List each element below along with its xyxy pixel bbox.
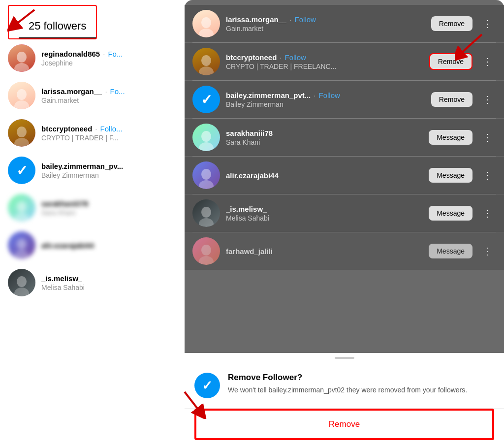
username: farhawd_jalili xyxy=(226,247,273,256)
svg-point-27 xyxy=(199,256,214,265)
display-name: Gain.market xyxy=(41,96,177,104)
display-name: Sara Khani xyxy=(226,138,423,146)
more-options-icon[interactable]: ⋮ xyxy=(478,129,496,145)
svg-point-9 xyxy=(14,213,29,222)
remove-follower-button[interactable]: Remove xyxy=(195,410,493,439)
svg-point-2 xyxy=(17,52,27,63)
user-info: _is.melisw_ Melisa Sahabi xyxy=(41,274,177,291)
svg-point-23 xyxy=(199,180,214,189)
display-name: Melisa Sahabi xyxy=(226,214,423,222)
display-name: Josephine xyxy=(41,59,177,67)
avatar xyxy=(192,10,220,37)
message-button[interactable]: Message xyxy=(429,244,472,258)
svg-point-4 xyxy=(17,89,27,100)
follow-link[interactable]: Fo... xyxy=(108,50,123,58)
follow-link[interactable]: Follow xyxy=(318,91,340,99)
list-item[interactable]: alir.ezarajabi44 xyxy=(0,226,185,264)
username: btccryptoneed xyxy=(226,53,277,62)
list-item[interactable]: sarakhaniii78 Sara Khani xyxy=(0,189,185,226)
list-item[interactable]: ✓ bailey.zimmerman_pv... Bailey Zimmerma… xyxy=(0,152,185,189)
more-options-icon[interactable]: ⋮ xyxy=(478,92,496,107)
avatar xyxy=(8,231,35,259)
display-name: CRYPTO | TRADER | FREELANC... xyxy=(226,63,423,70)
follow-link[interactable]: Follow xyxy=(285,53,306,62)
list-item[interactable]: larissa.morgan__ · Fo... Gain.market xyxy=(0,77,185,114)
avatar xyxy=(8,194,35,222)
message-button[interactable]: Message xyxy=(429,168,472,183)
svg-point-25 xyxy=(199,218,214,227)
drag-handle xyxy=(335,357,354,359)
avatar xyxy=(192,237,220,265)
username: reginadonald865 xyxy=(41,50,100,58)
more-options-icon[interactable]: ⋮ xyxy=(478,16,496,32)
red-arrow-top-left xyxy=(7,7,37,32)
display-name: Sara Khani xyxy=(41,209,177,217)
followers-count: 25 followers xyxy=(29,20,86,32)
username: larissa.morgan__ xyxy=(226,15,286,24)
svg-point-18 xyxy=(201,55,211,66)
svg-point-22 xyxy=(201,169,211,180)
svg-point-5 xyxy=(14,100,29,109)
remove-follower-sheet: ✓ Remove Follower? We won't tell bailey.… xyxy=(185,353,504,448)
red-arrow-bottom xyxy=(180,389,209,421)
svg-point-7 xyxy=(14,138,29,147)
user-info: sarakhaniii78 Sara Khani xyxy=(41,199,177,217)
svg-line-1 xyxy=(12,10,34,27)
user-info: alir.ezarajabi44 xyxy=(41,241,177,250)
remove-button[interactable]: Remove xyxy=(431,92,472,107)
svg-point-8 xyxy=(17,201,27,212)
svg-point-17 xyxy=(199,29,214,37)
username: _is.melisw_ xyxy=(41,274,82,283)
list-item[interactable]: alir.ezarajabi44 Message ⋮ xyxy=(185,157,504,194)
more-options-icon[interactable]: ⋮ xyxy=(478,167,496,183)
display-name: Bailey Zimmerman xyxy=(226,100,425,108)
avatar xyxy=(192,124,220,151)
user-info: btccryptoneed · Follow CRYPTO | TRADER |… xyxy=(226,53,423,70)
user-info: larissa.morgan__ · Fo... Gain.market xyxy=(41,87,177,104)
display-name: Bailey Zimmerman xyxy=(41,171,177,179)
svg-point-24 xyxy=(201,207,211,218)
user-info: alir.ezarajabi44 xyxy=(226,171,423,180)
avatar-blue-check: ✓ xyxy=(192,86,220,113)
list-item[interactable]: btccryptoneed · Follo... CRYPTO | TRADER… xyxy=(0,114,185,152)
display-name: Gain.market xyxy=(226,25,425,32)
remove-button-box: Remove xyxy=(194,409,494,440)
avatar xyxy=(192,199,220,227)
user-info: _is.melisw_ Melisa Sahabi xyxy=(226,205,423,222)
bottom-sheet-content: ✓ Remove Follower? We won't tell bailey.… xyxy=(185,361,504,398)
svg-point-11 xyxy=(14,250,29,259)
remove-button[interactable]: Remove xyxy=(431,16,472,31)
username: sarakhaniii78 xyxy=(41,199,88,208)
list-item[interactable]: reginadonald865 · Fo... Josephine xyxy=(0,39,185,77)
follow-link[interactable]: Fo... xyxy=(110,87,125,96)
user-info: farhawd_jalili xyxy=(226,247,423,256)
follow-link[interactable]: Follow xyxy=(295,15,316,24)
avatar xyxy=(192,48,220,75)
username: bailey.zimmerman_pv... xyxy=(41,162,123,170)
list-item[interactable]: _is.melisw_ Melisa Sahabi xyxy=(0,264,185,301)
bottom-sheet-text: Remove Follower? We won't tell bailey.zi… xyxy=(228,373,494,395)
list-item[interactable]: _is.melisw_ Melisa Sahabi Message ⋮ xyxy=(185,194,504,232)
left-panel: 25 followers reginadonald865 · Fo... Jos… xyxy=(0,0,185,448)
follow-link[interactable]: Follo... xyxy=(100,125,123,133)
username: _is.melisw_ xyxy=(226,205,267,213)
username: alir.ezarajabi44 xyxy=(226,171,279,180)
avatar xyxy=(8,82,35,109)
message-button[interactable]: Message xyxy=(429,130,472,145)
username: sarakhaniii78 xyxy=(226,129,273,137)
more-options-icon[interactable]: ⋮ xyxy=(478,205,496,221)
list-item[interactable]: ✓ bailey.zimmerman_pvt... · Follow Baile… xyxy=(185,81,504,118)
svg-line-29 xyxy=(185,392,202,414)
svg-point-26 xyxy=(201,245,211,256)
bottom-sheet-title: Remove Follower? xyxy=(228,373,494,383)
list-item[interactable]: farhawd_jalili Message ⋮ xyxy=(185,232,504,270)
list-item[interactable]: sarakhaniii78 Sara Khani Message ⋮ xyxy=(185,119,504,156)
message-button[interactable]: Message xyxy=(429,206,472,221)
display-name: CRYPTO | TRADER | F... xyxy=(41,134,177,142)
username: larissa.morgan__ xyxy=(41,87,102,96)
avatar-blue-check: ✓ xyxy=(8,157,35,184)
bottom-sheet-description: We won't tell bailey.zimmerman_pvt02 the… xyxy=(228,385,494,395)
svg-point-10 xyxy=(17,239,27,250)
more-options-icon[interactable]: ⋮ xyxy=(478,243,496,259)
svg-point-19 xyxy=(199,66,214,75)
